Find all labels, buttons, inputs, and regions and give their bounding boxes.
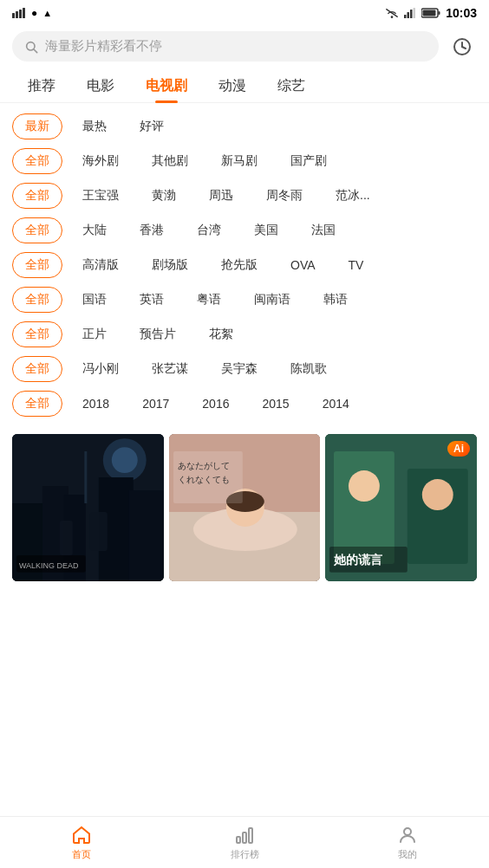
svg-point-20 xyxy=(112,447,138,473)
chip-year-all[interactable]: 全部 xyxy=(12,391,62,417)
svg-rect-50 xyxy=(249,828,252,843)
user-icon xyxy=(397,825,418,845)
chip-cantonese[interactable]: 粤语 xyxy=(184,287,234,313)
search-clock-button[interactable] xyxy=(447,32,477,62)
tab-variety[interactable]: 综艺 xyxy=(262,70,321,102)
chip-huangbo[interactable]: 黄渤 xyxy=(139,183,189,209)
chip-advance[interactable]: 抢先版 xyxy=(208,252,271,278)
chip-hd[interactable]: 高清版 xyxy=(69,252,132,278)
chip-2018[interactable]: 2018 xyxy=(69,392,122,416)
chip-2016[interactable]: 2016 xyxy=(189,392,242,416)
nav-home[interactable]: 首页 xyxy=(0,817,163,868)
chip-overseas[interactable]: 海外剧 xyxy=(69,148,132,174)
chip-lang-all[interactable]: 全部 xyxy=(12,287,62,313)
chip-ova[interactable]: OVA xyxy=(277,253,329,277)
chip-domestic[interactable]: 国产剧 xyxy=(277,148,340,174)
chip-tv[interactable]: TV xyxy=(336,253,377,277)
chip-region-all[interactable]: 全部 xyxy=(12,217,62,243)
chip-wangbaoqiang[interactable]: 王宝强 xyxy=(69,183,132,209)
signal-icon xyxy=(12,8,26,18)
wifi-icon xyxy=(385,8,399,18)
filter-row-time: 最新 最热 好评 xyxy=(12,113,477,139)
card-bg-2: あなたがして くれなくても xyxy=(169,434,321,581)
chip-chenkaige[interactable]: 陈凯歌 xyxy=(277,356,340,382)
filter-row-category: 全部 海外剧 其他剧 新马剧 国产剧 xyxy=(12,148,477,174)
chip-korean[interactable]: 韩语 xyxy=(310,287,361,313)
svg-rect-49 xyxy=(243,832,246,843)
svg-rect-1 xyxy=(16,11,18,18)
chip-2015[interactable]: 2015 xyxy=(249,392,302,416)
nav-mine[interactable]: 我的 xyxy=(326,817,489,868)
rank-icon xyxy=(234,825,255,845)
chip-theater[interactable]: 剧场版 xyxy=(139,252,201,278)
status-right-icons: 10:03 xyxy=(385,6,477,20)
svg-rect-6 xyxy=(404,15,407,18)
chip-newest[interactable]: 最新 xyxy=(12,113,62,139)
filter-row-year: 全部 2018 2017 2016 2015 2014 xyxy=(12,391,477,417)
chip-hottest[interactable]: 最热 xyxy=(69,113,120,139)
chip-hongkong[interactable]: 香港 xyxy=(127,217,177,243)
chip-xinma[interactable]: 新马剧 xyxy=(208,148,271,174)
main-tabs: 推荐 电影 电视剧 动漫 综艺 xyxy=(0,70,489,103)
svg-rect-2 xyxy=(19,10,22,18)
svg-text:WALKING DEAD: WALKING DEAD xyxy=(19,561,79,570)
chip-other[interactable]: 其他剧 xyxy=(139,148,201,174)
content-card-1[interactable]: WALKING DEAD xyxy=(12,434,164,581)
nav-rank[interactable]: 排行榜 xyxy=(163,817,326,868)
tab-movie[interactable]: 电影 xyxy=(71,70,130,102)
tab-recommend[interactable]: 推荐 xyxy=(12,70,71,102)
chip-taiwan[interactable]: 台湾 xyxy=(184,217,234,243)
svg-text:くれなくても: くれなくても xyxy=(178,475,230,484)
chip-zhouxun[interactable]: 周迅 xyxy=(196,183,246,209)
filter-row-director: 全部 冯小刚 张艺谋 吴宇森 陈凯歌 xyxy=(12,356,477,382)
chip-2014[interactable]: 2014 xyxy=(310,392,362,416)
filter-row-actor: 全部 王宝强 黄渤 周迅 周冬雨 范冰... xyxy=(12,183,477,209)
chip-fanbing[interactable]: 范冰... xyxy=(323,183,383,209)
chip-mandarin[interactable]: 国语 xyxy=(69,287,120,313)
tab-tvdrama[interactable]: 电视剧 xyxy=(130,70,203,102)
chip-english[interactable]: 英语 xyxy=(127,287,177,313)
chip-actor-all[interactable]: 全部 xyxy=(12,183,62,209)
chip-fengxiaogang[interactable]: 冯小刚 xyxy=(69,356,132,382)
chip-zhangyimou[interactable]: 张艺谋 xyxy=(139,356,201,382)
nav-rank-label: 排行榜 xyxy=(231,848,259,861)
status-bar: ● ▲ 10:03 xyxy=(0,0,489,26)
chip-2017[interactable]: 2017 xyxy=(129,392,182,416)
svg-point-43 xyxy=(422,479,453,510)
filter-row-region: 全部 大陆 香港 台湾 美国 法国 xyxy=(12,217,477,243)
mobile-signal-icon xyxy=(404,8,416,18)
chip-america[interactable]: 美国 xyxy=(241,217,291,243)
filter-row-type: 全部 正片 预告片 花絮 xyxy=(12,321,477,347)
chip-feature[interactable]: 正片 xyxy=(69,321,120,347)
chip-zhoudongyu[interactable]: 周冬雨 xyxy=(253,183,316,209)
search-placeholder: 海量影片精彩看不停 xyxy=(45,38,162,55)
search-icon xyxy=(24,40,38,54)
chip-type-all[interactable]: 全部 xyxy=(12,321,62,347)
chip-cat-all[interactable]: 全部 xyxy=(12,148,62,174)
svg-rect-3 xyxy=(23,8,25,18)
content-card-3[interactable]: 她的谎言 Ai xyxy=(325,434,477,581)
nav-mine-label: 我的 xyxy=(398,848,417,861)
time-display: 10:03 xyxy=(446,6,477,20)
svg-rect-11 xyxy=(439,11,440,15)
svg-line-14 xyxy=(34,49,37,53)
search-input-wrap[interactable]: 海量影片精彩看不停 xyxy=(12,31,439,62)
svg-rect-9 xyxy=(414,8,416,18)
chip-trailer[interactable]: 预告片 xyxy=(127,321,189,347)
svg-point-42 xyxy=(349,470,380,502)
tab-anime[interactable]: 动漫 xyxy=(203,70,262,102)
svg-rect-28 xyxy=(90,512,108,551)
chip-france[interactable]: 法国 xyxy=(298,217,349,243)
chip-minnan[interactable]: 闽南语 xyxy=(241,287,303,313)
svg-text:あなたがして: あなたがして xyxy=(178,461,230,470)
card-art-1: WALKING DEAD xyxy=(12,434,164,581)
chip-mainland[interactable]: 大陆 xyxy=(69,217,120,243)
chip-wuyusen[interactable]: 吴宇森 xyxy=(208,356,271,382)
content-card-2[interactable]: あなたがして くれなくても xyxy=(169,434,321,581)
chip-praised[interactable]: 好评 xyxy=(127,113,177,139)
chip-dir-all[interactable]: 全部 xyxy=(12,356,62,382)
filter-section: 最新 最热 好评 全部 海外剧 其他剧 新马剧 国产剧 全部 王宝强 黄渤 周迅… xyxy=(0,113,489,417)
chip-ver-all[interactable]: 全部 xyxy=(12,252,62,278)
chip-bts[interactable]: 花絮 xyxy=(196,321,246,347)
svg-rect-48 xyxy=(237,837,240,843)
